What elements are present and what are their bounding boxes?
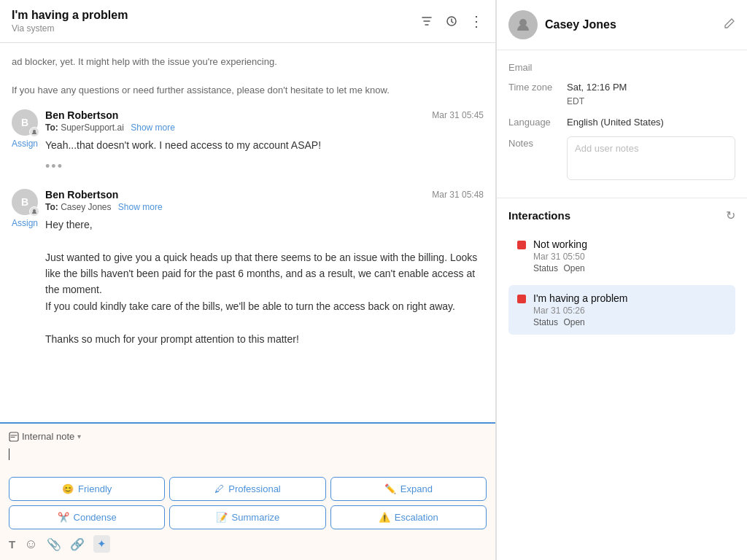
message-dots-1: ••• [45,159,484,174]
chat-header-icons: ⋮ [419,14,484,28]
message-to-2: To: Casey Jones Show more [45,202,484,212]
timezone-value: Sat, 12:16 PM EDT [567,80,627,108]
interaction-info-1: Not working Mar 31 05:50 Status Open [533,238,727,273]
avatar: B [12,109,38,136]
emoji-icon[interactable]: ☺ [24,537,37,552]
interactions-title: Interactions [508,209,570,222]
system-message: ad blocker, yet. It might help with the … [12,55,484,98]
notes-row: Notes Add user notes [508,136,735,180]
compose-type-selector[interactable]: Internal note ▾ [9,431,81,442]
avatar-2: B [12,189,38,215]
interactions-section: Interactions ↻ Not working Mar 31 05:50 … [497,198,747,349]
message-body-1: Ben Robertson Mar 31 05:45 To: SuperSupp… [45,109,484,174]
message-author-2: Ben Robertson [45,189,118,201]
expand-emoji: ✏️ [384,483,396,494]
magic-icon[interactable]: ✦ [93,535,110,553]
ai-friendly-button[interactable]: 😊 Friendly [9,477,165,501]
language-row: Language English (United States) [508,115,735,130]
friendly-label: Friendly [78,483,112,494]
friendly-emoji: 😊 [62,483,74,494]
ai-buttons-grid: 😊 Friendly 🖊 Professional ✏️ Expand ✂️ C… [9,477,487,529]
notes-input[interactable]: Add user notes [567,136,735,180]
interaction-info-2: I'm having a problem Mar 31 05:26 Status… [533,292,727,327]
email-label: Email [508,61,567,73]
sidebar-user-header: Casey Jones [497,0,747,50]
attachment-icon[interactable]: 📎 [47,537,61,551]
avatar-badge [29,127,39,137]
ai-escalation-button[interactable]: ⚠️ Escalation [330,505,487,529]
message-time-1: Mar 31 05:45 [432,110,484,120]
message-header-1: Ben Robertson Mar 31 05:45 [45,109,484,121]
language-label: Language [508,115,567,128]
assign-button-1[interactable]: Assign [12,139,38,149]
ai-condense-button[interactable]: ✂️ Condense [9,505,165,529]
filter-icon[interactable] [419,14,434,28]
show-more-2[interactable]: Show more [118,202,163,212]
interaction-name-2: I'm having a problem [533,292,727,304]
chat-title: I'm having a problem [12,9,128,22]
compose-toolbar: T ☺ 📎 🔗 ✦ [9,535,487,553]
chevron-down-icon: ▾ [77,432,81,440]
compose-input[interactable] [9,448,487,471]
interaction-dot-2 [517,295,526,303]
condense-label: Condense [74,512,117,523]
message-time-2: Mar 31 05:48 [432,190,484,200]
assign-button-2[interactable]: Assign [12,218,38,228]
interaction-status-2: Status Open [533,317,727,327]
interaction-item-1[interactable]: Not working Mar 31 05:50 Status Open [508,231,735,281]
link-icon[interactable]: 🔗 [70,537,85,551]
text-format-icon[interactable]: T [9,538,15,551]
message-item-2: B Assign Ben Robertson Mar 31 05:48 To: … [12,189,484,347]
avatar-badge-2 [29,206,39,217]
messages-list: ad blocker, yet. It might help with the … [0,43,495,422]
ai-summarize-button[interactable]: 📝 Summarize [169,505,325,529]
summarize-emoji: 📝 [216,512,228,523]
sidebar-user-name: Casey Jones [545,18,716,31]
more-icon[interactable]: ⋮ [469,14,484,28]
edit-icon[interactable] [724,18,735,32]
language-value: English (United States) [567,115,664,130]
show-more-1[interactable]: Show more [131,122,175,133]
compose-area: Internal note ▾ 😊 Friendly 🖊 Professiona… [0,422,495,560]
interaction-dot-1 [517,241,526,249]
user-avatar [508,10,538,39]
chat-header: I'm having a problem Via system ⋮ [0,0,495,43]
interactions-header: Interactions ↻ [508,209,735,222]
interaction-time-1: Mar 31 05:50 [533,252,727,262]
message-item: B Assign Ben Robertson Mar 31 05:45 To: … [12,109,484,174]
message-header-2: Ben Robertson Mar 31 05:48 [45,189,484,201]
interaction-status-1: Status Open [533,263,727,273]
notes-placeholder: Add user notes [575,143,638,154]
condense-emoji: ✂️ [58,512,69,523]
professional-emoji: 🖊 [214,483,224,494]
escalation-emoji: ⚠️ [379,512,390,523]
interaction-time-2: Mar 31 05:26 [533,306,727,316]
summarize-label: Summarize [232,512,280,523]
ai-professional-button[interactable]: 🖊 Professional [169,477,325,501]
expand-label: Expand [400,483,433,494]
message-text-1: Yeah...that doesn't work. I need access … [45,137,484,153]
message-text-2: Hey there, Just wanted to give you a qui… [45,217,484,347]
chat-subtitle: Via system [12,23,54,34]
sidebar: Casey Jones Email Time zone Sat, 12:16 P… [496,0,747,560]
notes-label: Notes [508,136,567,149]
email-row: Email [508,61,735,73]
message-body-2: Ben Robertson Mar 31 05:48 To: Casey Jon… [45,189,484,347]
user-details: Email Time zone Sat, 12:16 PM EDT Langua… [497,50,747,198]
timezone-row: Time zone Sat, 12:16 PM EDT [508,80,735,108]
refresh-icon[interactable]: ↻ [726,209,735,222]
message-author-1: Ben Robertson [45,109,118,121]
message-to-1: To: SuperSupport.ai Show more [45,122,484,133]
professional-label: Professional [228,483,281,494]
interaction-name-1: Not working [533,238,727,250]
compose-top: Internal note ▾ [9,431,487,442]
history-icon[interactable] [444,14,459,28]
escalation-label: Escalation [395,512,438,523]
timezone-label: Time zone [508,80,567,93]
chat-header-left: I'm having a problem Via system [12,9,128,34]
compose-type-label: Internal note [22,431,74,442]
compose-cursor [9,448,9,460]
ai-expand-button[interactable]: ✏️ Expand [330,477,487,501]
interaction-item-2[interactable]: I'm having a problem Mar 31 05:26 Status… [508,285,735,335]
